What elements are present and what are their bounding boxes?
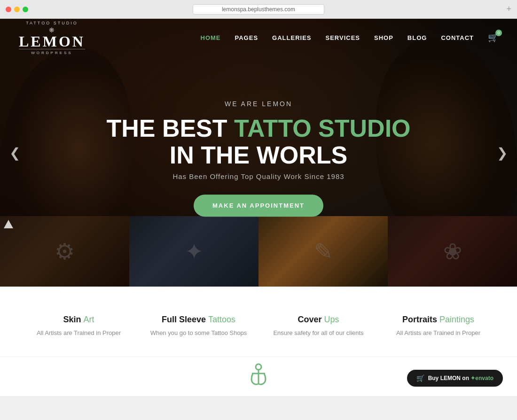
logo-bottom-text: WORDPRESS: [19, 49, 85, 55]
nav-link-shop[interactable]: SHOP: [374, 34, 393, 41]
service-title-1: Skin Art: [28, 315, 129, 325]
address-bar[interactable]: lemonspa.beplusthemes.com: [193, 4, 324, 15]
nav-link-home[interactable]: HOME: [201, 34, 221, 41]
svg-point-0: [256, 364, 261, 370]
service-title-3: Cover Ups: [268, 315, 369, 325]
gallery-item-4-shape: ❀: [388, 216, 517, 287]
service-title-4-normal: Portraits: [402, 315, 439, 324]
hero-title-green: Tatto Studio: [234, 115, 411, 142]
gallery-item-2-bg: [129, 216, 258, 287]
service-title-4: Portraits Paintings: [388, 315, 489, 325]
gallery-item-2-shape: ✦: [129, 216, 258, 287]
gallery-item-3-bg: [258, 216, 388, 287]
nav-link-services[interactable]: SERVICES: [325, 34, 360, 41]
hero-title-normal: The Best: [106, 115, 234, 142]
url-text: lemonspa.beplusthemes.com: [222, 6, 295, 13]
logo[interactable]: Tattoo Studio ❋ LEMON WORDPRESS: [19, 21, 85, 55]
service-card-1: Skin Art All Artists are Trained in Prop…: [19, 305, 139, 347]
service-title-1-green: Art: [84, 315, 94, 324]
service-title-1-normal: Skin: [63, 315, 83, 324]
fullscreen-button[interactable]: [23, 7, 28, 12]
gallery-item-1-shape: ⚙: [0, 216, 129, 287]
service-title-2-green: Tattoos: [208, 315, 235, 324]
service-desc-4: All Artists are Trained in Proper: [388, 328, 489, 338]
gallery-item-2[interactable]: ✦: [129, 216, 258, 287]
nav-link-pages[interactable]: PAGES: [235, 34, 258, 41]
hero-subtitle: WE ARE LEMON: [94, 100, 423, 108]
nav-link-contact[interactable]: CONTACT: [441, 34, 474, 41]
minimize-button[interactable]: [14, 7, 20, 12]
nav-item-pages[interactable]: PAGES: [235, 33, 258, 42]
gallery-item-3[interactable]: ✎: [258, 216, 388, 287]
service-desc-2: When you go to some Tattoo Shops: [148, 328, 249, 338]
hero-section: Tattoo Studio ❋ LEMON WORDPRESS HOME PAG…: [0, 19, 517, 287]
cart-button[interactable]: 🛒 0: [488, 32, 498, 43]
new-tab-button[interactable]: +: [506, 4, 511, 14]
service-title-3-normal: Cover: [298, 315, 324, 324]
service-card-2: Full Sleeve Tattoos When you go to some …: [139, 305, 258, 347]
gallery-item-1-bg: [0, 216, 129, 287]
service-desc-1: All Artists are Trained in Proper: [28, 328, 129, 338]
anchor-icon: [249, 363, 268, 390]
bottom-strip: 🛒 Buy LEMON on ✦envato: [0, 357, 517, 396]
service-desc-3: Ensure safety for all of our clients: [268, 328, 369, 338]
cart-badge: 0: [495, 30, 502, 36]
buy-button-text: Buy LEMON on ✦envato: [428, 375, 494, 381]
logo-main-text: LEMON: [19, 34, 85, 49]
gallery-item-4-bg: [388, 216, 517, 287]
slider-next-button[interactable]: ❯: [497, 145, 508, 161]
website-content: Tattoo Studio ❋ LEMON WORDPRESS HOME PAG…: [0, 19, 517, 420]
slider-prev-button[interactable]: ❮: [9, 145, 20, 161]
traffic-lights: [6, 7, 28, 12]
cta-appointment-button[interactable]: MAKE AN APPOINTMENT: [194, 195, 323, 217]
nav-item-services[interactable]: SERVICES: [325, 33, 360, 42]
logo-top-text: Tattoo Studio: [26, 21, 78, 25]
hero-title: The Best Tatto Studio IN THE WORLS: [94, 115, 423, 169]
hero-title-line2: IN THE WORLS: [170, 141, 347, 169]
nav-item-contact[interactable]: CONTACT: [441, 33, 474, 42]
gallery-item-1[interactable]: ⚙: [0, 216, 129, 287]
buy-button[interactable]: 🛒 Buy LEMON on ✦envato: [407, 370, 503, 387]
service-card-3: Cover Ups Ensure safety for all of our c…: [258, 305, 378, 347]
gallery-item-4[interactable]: ❀: [388, 216, 517, 287]
navbar: Tattoo Studio ❋ LEMON WORDPRESS HOME PAG…: [0, 19, 517, 56]
service-title-2: Full Sleeve Tattoos: [148, 315, 249, 325]
gallery-item-3-shape: ✎: [258, 216, 388, 287]
gallery-item-1-triangle: [4, 220, 13, 228]
service-card-4: Portraits Paintings All Artists are Trai…: [378, 305, 498, 347]
services-section: Skin Art All Artists are Trained in Prop…: [0, 287, 517, 357]
nav-link-blog[interactable]: BLOG: [407, 34, 427, 41]
nav-item-blog[interactable]: BLOG: [407, 33, 427, 42]
buy-cart-icon: 🛒: [416, 374, 424, 382]
browser-chrome: lemonspa.beplusthemes.com +: [0, 0, 517, 19]
close-button[interactable]: [6, 7, 11, 12]
gallery-strip: ⚙ ✦ ✎ ❀: [0, 216, 517, 287]
service-title-3-green: Ups: [324, 315, 339, 324]
nav-item-galleries[interactable]: GALLERIES: [272, 33, 311, 42]
nav-item-shop[interactable]: SHOP: [374, 33, 393, 42]
service-title-2-normal: Full Sleeve: [162, 315, 208, 324]
nav-link-galleries[interactable]: GALLERIES: [272, 34, 311, 41]
nav-menu: HOME PAGES GALLERIES SERVICES SHOP BLOG …: [201, 32, 498, 43]
nav-item-home[interactable]: HOME: [201, 33, 221, 42]
hero-content: WE ARE LEMON The Best Tatto Studio IN TH…: [94, 100, 423, 217]
service-title-4-green: Paintings: [439, 315, 474, 324]
hero-description: Has Been Offering Top Quality Work Since…: [94, 173, 423, 181]
